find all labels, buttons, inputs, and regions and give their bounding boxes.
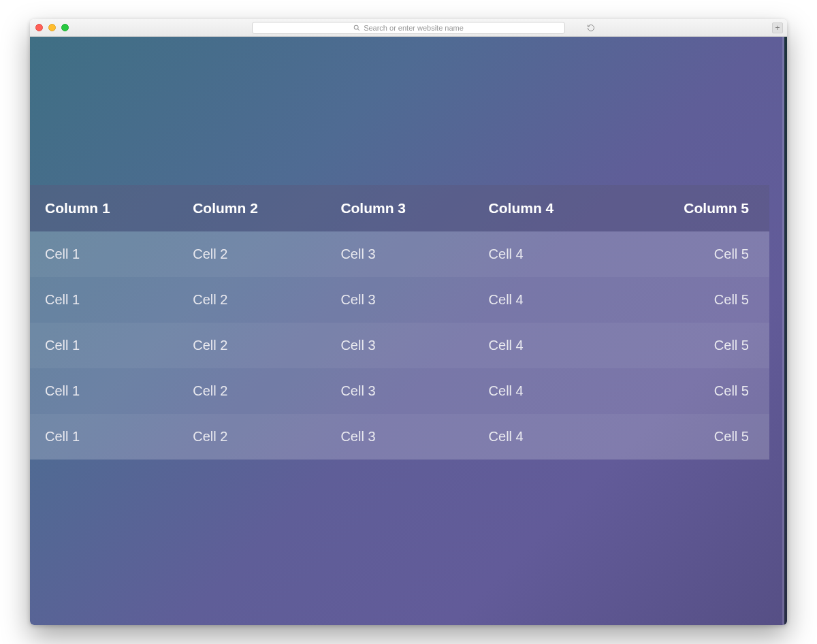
table-cell: Cell 2 bbox=[178, 323, 325, 368]
table-row: Cell 1 Cell 2 Cell 3 Cell 4 Cell 5 bbox=[30, 277, 769, 323]
minimize-icon[interactable] bbox=[48, 24, 56, 31]
fullscreen-icon[interactable] bbox=[61, 24, 69, 31]
data-table: Column 1 Column 2 Column 3 Column 4 Colu… bbox=[30, 185, 769, 460]
table-cell: Cell 5 bbox=[622, 414, 769, 460]
table-cell: Cell 1 bbox=[30, 323, 178, 368]
table-cell: Cell 4 bbox=[474, 231, 622, 277]
table-header-row: Column 1 Column 2 Column 3 Column 4 Colu… bbox=[30, 185, 769, 231]
column-header: Column 4 bbox=[474, 185, 622, 231]
table-cell: Cell 1 bbox=[30, 277, 178, 323]
column-header: Column 1 bbox=[30, 185, 178, 231]
table-cell: Cell 2 bbox=[178, 368, 325, 414]
table-cell: Cell 3 bbox=[325, 414, 473, 460]
table-cell: Cell 3 bbox=[325, 231, 473, 277]
browser-window: Search or enter website name + Column 1 … bbox=[30, 19, 787, 625]
table-row: Cell 1 Cell 2 Cell 3 Cell 4 Cell 5 bbox=[30, 323, 769, 368]
table-cell: Cell 5 bbox=[622, 323, 769, 368]
svg-line-1 bbox=[357, 29, 359, 31]
table-row: Cell 1 Cell 2 Cell 3 Cell 4 Cell 5 bbox=[30, 368, 769, 414]
table-cell: Cell 5 bbox=[622, 231, 769, 277]
new-tab-button[interactable]: + bbox=[772, 22, 783, 33]
column-header: Column 2 bbox=[178, 185, 325, 231]
table-row: Cell 1 Cell 2 Cell 3 Cell 4 Cell 5 bbox=[30, 414, 769, 460]
table-cell: Cell 5 bbox=[622, 368, 769, 414]
table-row: Cell 1 Cell 2 Cell 3 Cell 4 Cell 5 bbox=[30, 231, 769, 277]
address-bar[interactable]: Search or enter website name bbox=[252, 22, 565, 34]
search-icon bbox=[353, 25, 360, 31]
table-cell: Cell 4 bbox=[474, 368, 622, 414]
table-cell: Cell 2 bbox=[178, 277, 325, 323]
table-cell: Cell 3 bbox=[325, 277, 473, 323]
table-cell: Cell 2 bbox=[178, 231, 325, 277]
page-viewport: Column 1 Column 2 Column 3 Column 4 Colu… bbox=[30, 37, 787, 625]
table-cell: Cell 4 bbox=[474, 277, 622, 323]
table-cell: Cell 4 bbox=[474, 414, 622, 460]
svg-point-0 bbox=[354, 25, 358, 29]
address-placeholder: Search or enter website name bbox=[364, 24, 464, 32]
reload-icon[interactable] bbox=[586, 22, 596, 33]
browser-titlebar: Search or enter website name + bbox=[30, 19, 787, 37]
table-cell: Cell 3 bbox=[325, 368, 473, 414]
table-cell: Cell 1 bbox=[30, 414, 178, 460]
window-controls bbox=[35, 24, 69, 31]
table-cell: Cell 3 bbox=[325, 323, 473, 368]
column-header: Column 3 bbox=[325, 185, 473, 231]
table-cell: Cell 5 bbox=[622, 277, 769, 323]
column-header: Column 5 bbox=[622, 185, 769, 231]
table-cell: Cell 4 bbox=[474, 323, 622, 368]
close-icon[interactable] bbox=[35, 24, 43, 31]
table-cell: Cell 2 bbox=[178, 414, 325, 460]
table-cell: Cell 1 bbox=[30, 231, 178, 277]
table-cell: Cell 1 bbox=[30, 368, 178, 414]
